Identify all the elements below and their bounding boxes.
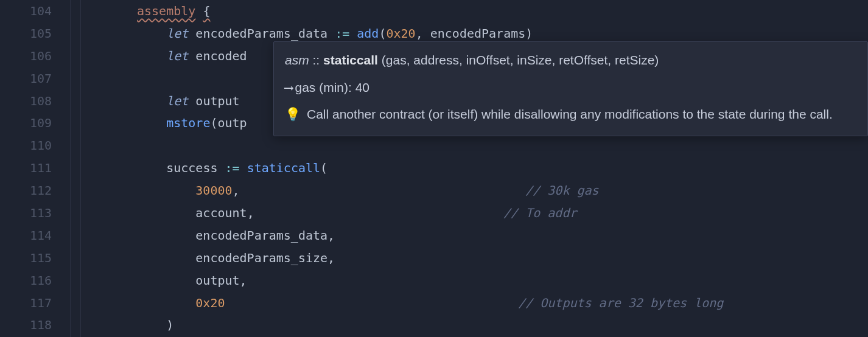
function-call: add	[357, 26, 379, 41]
tooltip-description-text: Call another contract (or itself) while …	[307, 107, 833, 121]
identifier: encodedParams_data	[195, 228, 327, 243]
code-line[interactable]: encodedParams_size,	[137, 247, 868, 269]
identifier: outp	[217, 116, 247, 130]
comma: ,	[416, 26, 423, 41]
identifier: output	[195, 94, 239, 108]
line-number: 114	[0, 224, 52, 247]
tooltip-gas-text: gas (min): 40	[295, 80, 370, 94]
code-line[interactable]: )	[137, 314, 868, 336]
paren-open: (	[379, 26, 386, 41]
code-line[interactable]: encodedParams_data,	[137, 224, 868, 247]
identifier: account	[195, 206, 247, 220]
code-line[interactable]: assembly {	[137, 0, 868, 23]
tooltip-signature: asm :: staticcall (gas, address, inOffse…	[285, 50, 856, 71]
paren-close: )	[525, 26, 533, 41]
comma: ,	[240, 273, 247, 288]
function-call: staticcall	[247, 161, 320, 175]
comma: ,	[233, 183, 240, 198]
line-number: 104	[0, 0, 52, 23]
tooltip-gas-info: ⟶ gas (min): 40	[285, 78, 856, 98]
line-number: 116	[0, 269, 52, 292]
lightbulb-icon: 💡	[285, 107, 301, 121]
paren-open: (	[210, 116, 217, 130]
line-number: 118	[0, 314, 52, 336]
operator-assign: :=	[335, 26, 349, 41]
identifier: output	[195, 273, 239, 288]
comma: ,	[247, 206, 254, 220]
code-line[interactable]: 30000, // 30k gas	[137, 179, 868, 202]
line-number: 113	[0, 202, 52, 224]
line-number: 105	[0, 23, 52, 45]
tooltip-separator: ::	[313, 53, 320, 67]
code-line[interactable]: success := staticcall(	[137, 157, 868, 179]
keyword-assembly: assembly	[137, 4, 195, 18]
comment: // To addr	[503, 206, 576, 220]
identifier: encodedParams_data	[195, 26, 327, 41]
hover-tooltip: asm :: staticcall (gas, address, inOffse…	[273, 41, 868, 136]
identifier: success	[166, 161, 217, 175]
line-number: 109	[0, 112, 52, 134]
line-number: 106	[0, 45, 52, 68]
keyword-let: let	[166, 49, 188, 63]
tooltip-description: 💡Call another contract (or itself) while…	[285, 105, 856, 125]
function-call: mstore	[166, 116, 210, 130]
arrow-icon: ⟶	[285, 80, 292, 95]
brace-open: {	[203, 4, 210, 18]
number-literal: 0x20	[195, 296, 225, 310]
tooltip-function-name: staticcall	[323, 53, 378, 67]
code-line[interactable]: account, // To addr	[137, 202, 868, 224]
number-literal: 30000	[195, 183, 232, 198]
identifier: encoded	[195, 49, 247, 63]
code-line[interactable]: 0x20 // Outputs are 32 bytes long	[137, 292, 868, 314]
tooltip-signature-args: (gas, address, inOffset, inSize, retOffs…	[382, 53, 659, 67]
operator-assign: :=	[225, 161, 240, 175]
line-number: 107	[0, 68, 52, 90]
fold-column[interactable]	[70, 0, 81, 337]
number-literal: 0x20	[386, 26, 415, 41]
comma: ,	[327, 251, 335, 265]
line-number: 111	[0, 157, 52, 179]
line-number-gutter: 104 105 106 107 108 109 110 111 112 113 …	[0, 0, 70, 337]
line-number: 110	[0, 134, 52, 157]
code-line[interactable]: output,	[137, 269, 868, 292]
keyword-let: let	[166, 26, 188, 41]
line-number: 117	[0, 292, 52, 314]
identifier: encodedParams_size	[195, 251, 327, 265]
comma: ,	[327, 228, 335, 243]
line-number: 108	[0, 90, 52, 113]
paren-open: (	[320, 161, 327, 175]
paren-close: )	[166, 318, 173, 332]
tooltip-namespace: asm	[285, 53, 309, 67]
comment: // 30k gas	[525, 183, 598, 198]
comment: // Outputs are 32 bytes long	[518, 296, 723, 310]
code-line[interactable]	[137, 134, 868, 157]
keyword-let: let	[166, 94, 188, 108]
line-number: 115	[0, 247, 52, 269]
identifier: encodedParams	[430, 26, 526, 41]
line-number: 112	[0, 179, 52, 202]
